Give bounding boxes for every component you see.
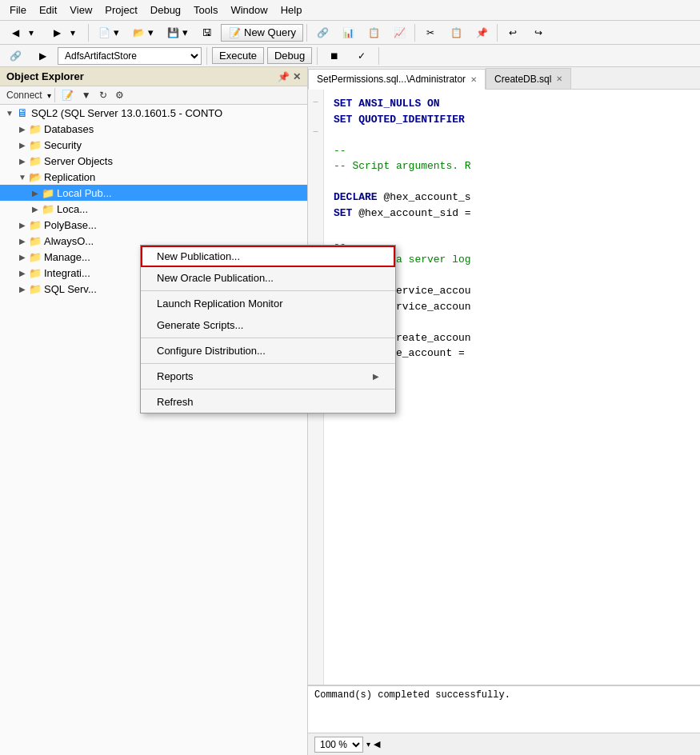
tree-databases[interactable]: ▶ 📁 Databases <box>0 121 307 137</box>
launch-replication-monitor-label: Launch Replication Monitor <box>157 298 283 310</box>
new-file-icon: 📄 <box>98 26 110 39</box>
security-folder-icon: 📁 <box>29 138 42 151</box>
back-button[interactable]: ◀ ▾ <box>3 24 43 42</box>
redo-button[interactable]: ↪ <box>526 24 550 42</box>
new-oracle-publication-label: New Oracle Publication... <box>157 272 274 284</box>
sql-line-1: SET ANSI_NULLS ON <box>334 96 690 112</box>
copy-icon: 📋 <box>450 26 462 39</box>
collapse-btn2[interactable]: — <box>313 126 318 138</box>
ctx-configure-distribution[interactable]: Configure Distribution... <box>141 340 395 362</box>
new-query-oe-button[interactable]: 📝 <box>58 88 77 102</box>
sep6 <box>317 47 318 65</box>
copy-button[interactable]: 📋 <box>444 24 468 42</box>
link-icon: 🔗 <box>9 50 22 62</box>
local-pub-folder-icon: 📁 <box>42 186 54 199</box>
cut-icon: ✂ <box>424 26 437 39</box>
debug-button[interactable]: Debug <box>267 47 312 64</box>
open-dropdown: ▾ <box>148 26 154 38</box>
stop-icon: ⏹ <box>328 50 341 62</box>
toolbar2-icon2[interactable]: ▶ <box>30 47 54 65</box>
menu-tools[interactable]: Tools <box>187 2 224 18</box>
new-file-button[interactable]: 📄 ▾ <box>92 24 125 42</box>
tab-setpermissions[interactable]: SetPermissions.sql...\Administrator ✕ <box>308 69 486 90</box>
ctx-generate-scripts[interactable]: Generate Scripts... <box>141 314 395 336</box>
paste-button[interactable]: 📌 <box>470 24 494 42</box>
open-icon: 📂 <box>132 26 145 39</box>
zoom-dropdown-icon[interactable]: ▾ <box>366 740 370 749</box>
object-explorer-title: Object Explorer <box>6 70 84 82</box>
tab-createdb-close[interactable]: ✕ <box>556 74 562 83</box>
open-file-button[interactable]: 📂 ▾ <box>126 24 159 42</box>
security-expander: ▶ <box>16 138 29 151</box>
paste-icon: 📌 <box>475 26 488 39</box>
stop-button[interactable]: ⏹ <box>322 47 346 65</box>
polybase-expander: ▶ <box>16 218 29 231</box>
save-dropdown: ▾ <box>182 26 188 38</box>
connect-dropdown-icon[interactable]: ▾ <box>47 91 51 100</box>
execute-button[interactable]: Execute <box>212 47 264 64</box>
close-oe-icon[interactable]: ✕ <box>293 71 301 82</box>
save-all-button[interactable]: 🖫 <box>195 24 219 42</box>
tab-setpermissions-close[interactable]: ✕ <box>470 75 477 84</box>
refresh-oe-button[interactable]: ↻ <box>96 88 110 102</box>
alwayson-folder-icon: 📁 <box>29 234 42 247</box>
agent-expander: ▶ <box>16 282 29 295</box>
tree-polybase[interactable]: ▶ 📁 PolyBase... <box>0 217 307 233</box>
tree-server-root[interactable]: ▼ 🖥 SQL2 (SQL Server 13.0.1601.5 - CONTO <box>0 105 307 121</box>
menu-view[interactable]: View <box>63 2 98 18</box>
run-icon: ▶ <box>36 50 49 62</box>
forward-button[interactable]: ▶ ▾ <box>45 24 85 42</box>
sep3 <box>414 24 415 42</box>
tree-server-objects[interactable]: ▶ 📁 Server Objects <box>0 153 307 169</box>
save-button[interactable]: 💾 ▾ <box>161 24 194 42</box>
server-label: SQL2 (SQL Server 13.0.1601.5 - CONTO <box>31 107 222 119</box>
pin-icon[interactable]: 📌 <box>278 71 290 82</box>
menu-window[interactable]: Window <box>224 2 274 18</box>
toolbar-icon2-button[interactable]: 📊 <box>336 24 360 42</box>
configure-distribution-label: Configure Distribution... <box>157 345 266 357</box>
menu-debug[interactable]: Debug <box>144 2 187 18</box>
collapse-btn1[interactable]: — <box>313 96 318 108</box>
tab-createdb[interactable]: CreateDB.sql ✕ <box>486 68 571 89</box>
tree-security[interactable]: ▶ 📁 Security <box>0 137 307 153</box>
toolbar-icon3-button[interactable]: 📋 <box>362 24 386 42</box>
menu-help[interactable]: Help <box>274 2 309 18</box>
filter-icon: ▼ <box>82 90 91 101</box>
menu-edit[interactable]: Edit <box>33 2 63 18</box>
save-icon: 💾 <box>166 26 179 39</box>
ctx-new-publication[interactable]: New Publication... <box>141 246 395 267</box>
tree-local-subscriptions[interactable]: ▶ 📁 Loca... <box>0 201 307 217</box>
toolbar-icon4-button[interactable]: 📈 <box>387 24 411 42</box>
sql-toolbar: 🔗 ▶ AdfsArtifactStore Execute Debug ⏹ ✓ <box>0 45 700 67</box>
scroll-left-icon[interactable]: ◀ <box>374 739 380 749</box>
properties-button[interactable]: ⚙ <box>112 88 127 102</box>
menu-file[interactable]: File <box>3 2 33 18</box>
ctx-reports[interactable]: Reports ▶ <box>141 366 395 387</box>
refresh-oe-icon: ↻ <box>99 90 107 101</box>
context-menu: New Publication... New Oracle Publicatio… <box>140 245 396 413</box>
ctx-new-oracle-publication[interactable]: New Oracle Publication... <box>141 267 395 289</box>
tree-local-publications[interactable]: ▶ 📁 Local Pub... <box>0 185 307 201</box>
connect-button[interactable]: Connect <box>3 88 46 102</box>
databases-folder-icon: 📁 <box>29 122 42 135</box>
toolbar2-icon1[interactable]: 🔗 <box>3 47 27 65</box>
undo-button[interactable]: ↩ <box>501 24 525 42</box>
tab-createdb-label: CreateDB.sql <box>494 74 551 85</box>
ctx-refresh[interactable]: Refresh <box>141 391 395 413</box>
back-icon: ◀ <box>9 26 22 39</box>
replication-expander: ▼ <box>16 170 29 183</box>
menu-project[interactable]: Project <box>98 2 143 18</box>
cut-button[interactable]: ✂ <box>418 24 442 42</box>
sql-line-4: -- <box>334 143 690 159</box>
new-query-label: New Query <box>244 26 296 38</box>
zoom-selector[interactable]: 100 % <box>314 737 363 753</box>
database-selector[interactable]: AdfsArtifactStore <box>58 47 202 65</box>
new-query-icon: 📝 <box>228 26 241 39</box>
tree-replication[interactable]: ▼ 📂 Replication <box>0 169 307 185</box>
alwayson-label: AlwaysO... <box>44 235 94 247</box>
filter-button[interactable]: ▼ <box>78 88 94 102</box>
toolbar-icon1-button[interactable]: 🔗 <box>310 24 334 42</box>
ctx-launch-replication-monitor[interactable]: Launch Replication Monitor <box>141 293 395 314</box>
new-query-button[interactable]: 📝 New Query <box>221 24 303 42</box>
check-button[interactable]: ✓ <box>350 47 374 65</box>
